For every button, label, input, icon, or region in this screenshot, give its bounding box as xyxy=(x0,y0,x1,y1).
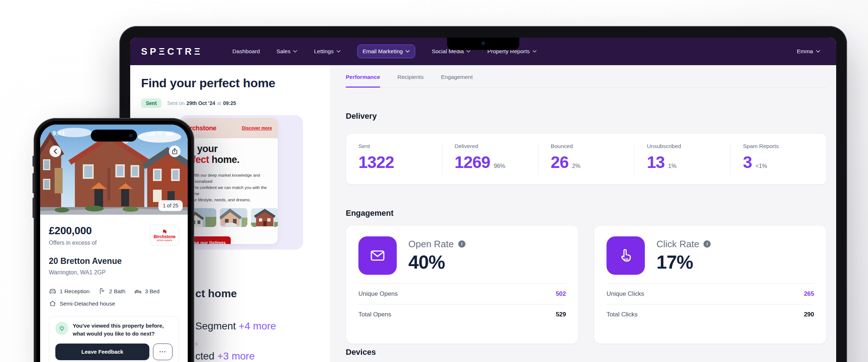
user-menu[interactable]: Emma xyxy=(797,48,820,55)
birchstone-brand: irchstone xyxy=(188,125,216,132)
email-headline: d your rfect home. xyxy=(189,143,271,165)
chevron-down-icon xyxy=(336,50,341,53)
camera-icon xyxy=(482,42,485,45)
info-icon[interactable]: i xyxy=(703,240,711,248)
reception-feature: 1 Reception xyxy=(49,287,90,295)
open-rate-value: 40% xyxy=(408,251,465,273)
nav-item-dashboard[interactable]: Dashboard xyxy=(233,48,260,55)
back-button[interactable] xyxy=(50,146,61,157)
chevron-down-icon xyxy=(532,50,537,53)
phone-screen: 9:41 xyxy=(40,125,188,362)
bed-feature: 3 Bed xyxy=(134,287,160,295)
tab-performance[interactable]: Performance xyxy=(346,74,380,88)
tablet-camera-notch xyxy=(447,38,519,50)
share-button[interactable] xyxy=(169,146,180,157)
phone-device: 9:41 xyxy=(34,118,194,362)
chevron-down-icon xyxy=(466,50,471,53)
leave-feedback-button[interactable]: Leave Feedback xyxy=(55,344,149,360)
wifi-icon xyxy=(157,131,163,136)
segment-row: Segment +4 more xyxy=(195,320,276,332)
stat-delivered: Delivered 126996% xyxy=(442,143,538,175)
tab-recipients[interactable]: Recipients xyxy=(397,74,424,87)
birchstone-icon xyxy=(162,229,167,234)
price-qualifier: Offers in excess of xyxy=(49,240,97,246)
house-thumbnail xyxy=(251,208,278,227)
features-row: 1 Reception 2 Bath 3 Bed xyxy=(49,287,179,295)
selected-more-link[interactable]: +3 more xyxy=(217,350,255,362)
engagement-heading: Engagement xyxy=(346,209,393,218)
lightbulb-icon xyxy=(55,322,68,335)
stat-unsubscribed: Unsubscribed 131% xyxy=(634,143,730,175)
tab-bar: Performance Recipients Engagement xyxy=(346,74,827,88)
phone-volume-down-button xyxy=(33,198,34,218)
email-body: d your rfect home. , With our deep marke… xyxy=(182,138,278,244)
stat-bounced: Bounced 262% xyxy=(538,143,634,175)
click-rate-card: Click Rate i 17% Unique Clicks 265 xyxy=(594,225,827,344)
nav-item-lettings[interactable]: Lettings xyxy=(314,48,340,55)
click-rate-title: Click Rate xyxy=(656,239,699,250)
browse-listings-button[interactable]: se our listings xyxy=(189,236,231,244)
phone-volume-up-button xyxy=(33,173,34,193)
price: £200,000 xyxy=(49,225,97,237)
unique-opens-row: Unique Opens 502 xyxy=(358,283,566,304)
address-secondary: Warrington, WA1 2GP xyxy=(49,269,179,276)
email-paragraph: , With our deep market knowledge and per… xyxy=(189,172,271,203)
status-time: 9:41 xyxy=(52,130,65,137)
total-clicks-row: Total Clicks 290 xyxy=(607,304,814,325)
analytics-panel: Performance Recipients Engagement Delive… xyxy=(330,65,836,362)
email-header: irchstone Discover more xyxy=(182,118,278,138)
selected-row: cted +3 more xyxy=(195,350,255,362)
bath-icon xyxy=(98,287,106,295)
dynamic-island xyxy=(91,130,137,142)
stat-sent: Sent 1322 xyxy=(346,143,442,175)
sofa-icon xyxy=(49,287,56,295)
nav-item-email-marketing[interactable]: Email Marketing xyxy=(357,45,415,58)
stat-spam-reports: Spam Reports 3<1% xyxy=(730,143,826,175)
campaign-title: Find your perfect home xyxy=(141,76,275,90)
detail-label: s xyxy=(195,341,198,346)
tab-engagement[interactable]: Engagement xyxy=(441,74,473,87)
camera-icon xyxy=(129,134,133,138)
info-icon[interactable]: i xyxy=(458,240,465,248)
more-options-button[interactable]: ··· xyxy=(153,344,173,360)
campaign-status-row: Sent Sent on 29th Oct ’24 at 09:25 xyxy=(141,98,236,108)
feedback-prompt-card: You've viewed this property before, what… xyxy=(49,316,179,362)
signal-icon xyxy=(148,131,154,136)
house-icon xyxy=(49,300,56,307)
unique-clicks-row: Unique Clicks 265 xyxy=(607,283,814,304)
house-thumbnail xyxy=(220,208,247,227)
bed-icon xyxy=(134,287,142,295)
tablet-body: Find your perfect home Sent Sent on 29th… xyxy=(130,65,836,362)
chevron-left-icon xyxy=(53,148,58,154)
open-rate-title: Open Rate xyxy=(408,239,454,250)
status-badge: Sent xyxy=(141,98,161,108)
address: 20 Bretton Avenue xyxy=(49,256,179,266)
chevron-down-icon xyxy=(293,50,297,53)
click-icon xyxy=(607,236,645,275)
envelope-icon xyxy=(358,236,397,275)
discover-more-link[interactable]: Discover more xyxy=(242,126,272,131)
delivery-heading: Delivery xyxy=(346,111,377,121)
bath-feature: 2 Bath xyxy=(98,287,125,295)
share-icon xyxy=(172,148,178,155)
sent-meta: Sent on 29th Oct ’24 at 09:25 xyxy=(167,100,236,106)
listing-details: £200,000 Offers in excess of Birchstone … xyxy=(40,225,188,362)
chevron-down-icon xyxy=(405,50,410,53)
total-opens-row: Total Opens 529 xyxy=(358,304,566,325)
click-rate-value: 17% xyxy=(656,251,711,273)
tablet-screen: SPΞCTRΞ Dashboard Sales Lettings Email M xyxy=(130,38,836,362)
devices-heading: Devices xyxy=(346,348,376,357)
email-thumbnails xyxy=(189,208,271,227)
page: SPΞCTRΞ Dashboard Sales Lettings Email M xyxy=(0,0,868,362)
photo-counter: 1 of 25 xyxy=(158,200,183,211)
chevron-down-icon xyxy=(816,50,820,53)
nav-item-sales[interactable]: Sales xyxy=(276,48,297,55)
open-rate-card: Open Rate i 40% Unique Opens 502 xyxy=(346,225,579,344)
spectre-logo: SPΞCTRΞ xyxy=(141,46,203,57)
subject-text: ct home xyxy=(195,287,237,300)
engagement-cards: Open Rate i 40% Unique Opens 502 xyxy=(346,225,827,344)
email-preview: irchstone Discover more d your rfect hom… xyxy=(182,118,278,244)
tablet-device: SPΞCTRΞ Dashboard Sales Lettings Email M xyxy=(119,26,847,362)
phone-action-button xyxy=(33,156,34,167)
segment-more-link[interactable]: +4 more xyxy=(239,320,276,332)
